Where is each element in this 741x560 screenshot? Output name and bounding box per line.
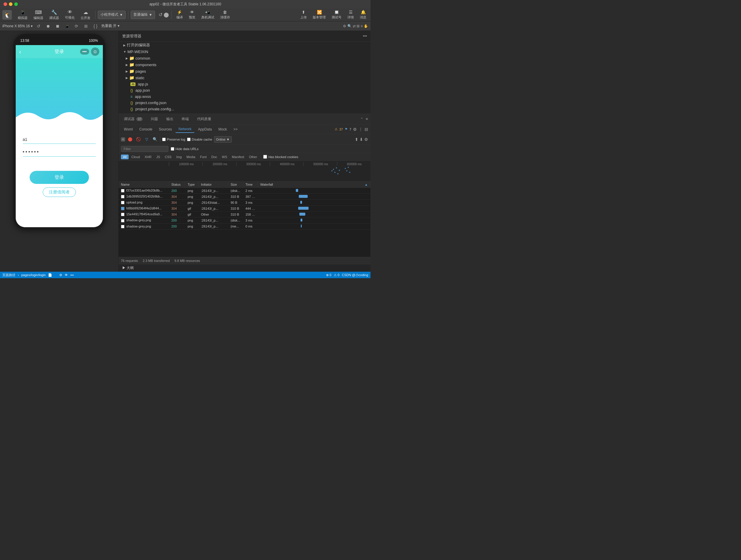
debugger-btn[interactable]: 🔧 调试器 (47, 8, 61, 21)
common-folder-item[interactable]: ▶ 📁 common (119, 55, 370, 61)
realtest-btn[interactable]: 📲 真机调试 (199, 9, 217, 20)
inner-tab-network[interactable]: Network (176, 126, 194, 133)
col-header-name[interactable]: Name (119, 182, 169, 187)
msg-btn[interactable]: 🔔 消息 (358, 9, 368, 20)
filter-input[interactable] (121, 146, 169, 152)
pages-folder-item[interactable]: ▶ 📁 pages (119, 68, 370, 74)
appwxss-file-item[interactable]: ≡ app.wxss (119, 94, 370, 100)
col-header-waterfall[interactable]: Waterfall ▲ (258, 182, 370, 187)
refresh-device-icon[interactable]: ↺ (35, 22, 42, 30)
register-button[interactable]: 注册借阅者 (43, 187, 76, 197)
inner-tab-more[interactable]: >> (230, 126, 241, 133)
edit-dropdown[interactable]: 普通编辑 ▼ (131, 11, 155, 19)
phone-back-btn[interactable]: ‹ (19, 48, 21, 55)
upload-net-icon[interactable]: ⬆ (355, 137, 358, 142)
col-header-size[interactable]: Size (228, 182, 243, 187)
simulator-btn[interactable]: 📱 模拟器 (15, 8, 30, 21)
menu-icon[interactable]: ⋮ (359, 127, 363, 132)
close-devtools-btn[interactable]: ✕ (365, 117, 368, 121)
screenshot-btn[interactable]: ⊞ (121, 137, 125, 141)
online-dropdown[interactable]: Online ▼ (214, 136, 232, 143)
test-btn[interactable]: 🔲 测试号 (330, 9, 343, 20)
blocked-req-checkbox[interactable] (263, 155, 267, 159)
compile-btn[interactable]: ⚡ 编译 (174, 9, 185, 20)
col-header-time[interactable]: Time (243, 182, 258, 187)
type-tab-font[interactable]: Font (198, 154, 209, 159)
login-button[interactable]: 登录 (29, 171, 89, 184)
download-net-icon[interactable]: ⬇ (359, 137, 363, 142)
record-icon[interactable]: ⏺ (45, 22, 52, 30)
editor-btn[interactable]: ⌨ 编辑器 (31, 8, 46, 21)
type-tab-img[interactable]: Img (174, 154, 184, 159)
open-editors-item[interactable]: ▶ 打开的编辑器 (119, 42, 370, 49)
col-header-type[interactable]: Type (185, 182, 199, 187)
tab-codequality[interactable]: 代码质量 (194, 115, 214, 123)
mode-dropdown[interactable]: 小程序模式 ▼ (98, 11, 126, 19)
components-folder-item[interactable]: ▶ 📁 components (119, 61, 370, 68)
record-network-btn[interactable] (127, 136, 133, 143)
inner-tab-console[interactable]: Console (136, 126, 155, 133)
nav-dots[interactable]: ••• (80, 49, 89, 55)
inner-tab-mock[interactable]: Mock (215, 126, 230, 133)
type-tab-media[interactable]: Media (184, 154, 197, 159)
clearcache-btn[interactable]: 🗑 清缓存 (218, 9, 232, 20)
type-tab-xhr[interactable]: XHR (143, 154, 153, 159)
appjs-file-item[interactable]: JS app.js (119, 81, 370, 87)
table-row[interactable]: 1db3995025f1402b9bb... 304 png :26143/_p… (119, 194, 370, 200)
tab-output[interactable]: 输出 (163, 115, 176, 123)
inner-tab-sources[interactable]: Sources (156, 126, 175, 133)
outline-section[interactable]: ▶ 大纲 (119, 264, 370, 272)
inner-tab-wxml[interactable]: Wxml (121, 126, 136, 133)
visual-btn[interactable]: 👁 可视化 (63, 8, 77, 21)
stop-icon[interactable]: ⬤ (163, 12, 169, 17)
disable-cache-checkbox[interactable] (187, 138, 191, 141)
type-tab-ws[interactable]: WS (220, 154, 229, 159)
hide-data-urls-label[interactable]: Hide data URLs (171, 147, 199, 151)
minimize-button[interactable] (9, 2, 12, 6)
hotreload-toggle[interactable]: 热重载 开 ▾ (102, 23, 120, 28)
upload-btn[interactable]: ⬆ 上传 (298, 9, 309, 20)
detach-icon[interactable]: ⊟ (364, 127, 368, 132)
file-tree-menu-icon[interactable]: ••• (363, 34, 367, 38)
root-folder-item[interactable]: ▼ MP-WEIXIN (119, 49, 370, 55)
tab-debugger[interactable]: 调试器 37 (121, 115, 145, 123)
table-row[interactable]: shadow-grey.png 200 png :26143/_p... (di… (119, 217, 370, 223)
inner-tab-appdata[interactable]: AppData (195, 126, 215, 133)
preserve-log-checkbox[interactable] (162, 138, 166, 141)
table-row[interactable]: upload.png 304 png :26143/stat... 90 B 3… (119, 200, 370, 205)
type-tab-cloud[interactable]: Cloud (129, 154, 142, 159)
blocked-req-label[interactable]: Has blocked cookies (263, 155, 298, 159)
maximize-button[interactable] (14, 2, 18, 6)
cloud-btn[interactable]: ☁ 云开发 (78, 8, 93, 21)
type-tab-js[interactable]: JS (154, 154, 162, 159)
filter-toggle-btn[interactable]: ▽ (143, 136, 150, 143)
view-icon[interactable]: 👁 (65, 273, 68, 277)
stop-device-icon[interactable]: ⏹ (54, 22, 61, 30)
phone-icon[interactable]: 📱 (63, 22, 71, 30)
hide-data-urls-checkbox[interactable] (171, 147, 174, 151)
rotate-icon[interactable]: ⟳ (73, 22, 80, 30)
type-tab-doc[interactable]: Doc (209, 154, 219, 159)
static-folder-item[interactable]: ▶ 📁 static (119, 74, 370, 81)
col-header-status[interactable]: Status (169, 182, 185, 187)
col-header-initiator[interactable]: Initiator (199, 182, 228, 187)
tab-terminal[interactable]: 终端 (179, 115, 192, 123)
close-button[interactable] (4, 2, 7, 6)
settings-icon[interactable]: ⚙ (59, 273, 62, 277)
gear-icon[interactable]: ⚙ (353, 127, 357, 132)
code-icon[interactable]: { } (92, 22, 99, 30)
table-row[interactable]: f37ce3301ae04b20b8b... 200 png :26143/_p… (119, 188, 370, 194)
appjson-file-item[interactable]: {} app.json (119, 87, 370, 94)
type-tab-css[interactable]: CSS (163, 154, 174, 159)
collapse-btn[interactable]: ⌃ (360, 117, 363, 121)
nav-circle[interactable]: ⊙ (91, 48, 99, 56)
projectconfig-file-item[interactable]: {} project.config.json (119, 100, 370, 106)
table-row[interactable]: 15e44917f9454ced9a9... 304 gif Other 310… (119, 211, 370, 217)
net-gear-icon[interactable]: ⚙ (364, 137, 368, 142)
type-tab-manifest[interactable]: Manifest (230, 154, 246, 159)
refresh-icon[interactable]: ↺ (158, 12, 162, 17)
table-row[interactable]: shadow-grey.png 200 png :26143/_p... (me… (119, 224, 370, 230)
type-tab-all[interactable]: All (121, 154, 129, 159)
disable-cache-label[interactable]: Disable cache (187, 138, 212, 141)
tab-issues[interactable]: 问题 (148, 115, 161, 123)
